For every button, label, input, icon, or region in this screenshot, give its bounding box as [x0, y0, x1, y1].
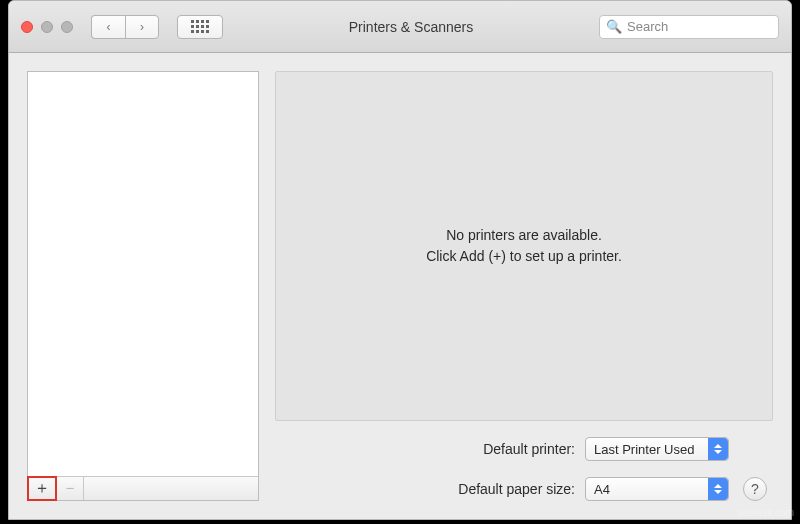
- titlebar: ‹ › Printers & Scanners 🔍 Search: [9, 1, 791, 53]
- stepper-arrows-icon: [708, 438, 728, 460]
- default-paper-select[interactable]: A4: [585, 477, 729, 501]
- back-button[interactable]: ‹: [91, 15, 125, 39]
- default-printer-label: Default printer:: [275, 441, 575, 457]
- default-printer-select[interactable]: Last Printer Used: [585, 437, 729, 461]
- window-frame: ‹ › Printers & Scanners 🔍 Search ＋ － No …: [8, 0, 792, 520]
- plus-icon: ＋: [34, 478, 50, 499]
- nav-buttons: ‹ ›: [91, 15, 159, 39]
- minus-icon: －: [62, 478, 78, 499]
- zoom-icon[interactable]: [61, 21, 73, 33]
- printer-list[interactable]: [28, 72, 258, 476]
- minimize-icon[interactable]: [41, 21, 53, 33]
- printer-sidebar: ＋ －: [27, 71, 259, 501]
- list-controls: ＋ －: [28, 476, 258, 500]
- default-paper-label: Default paper size:: [275, 481, 575, 497]
- stepper-arrows-icon: [708, 478, 728, 500]
- search-icon: 🔍: [606, 19, 622, 34]
- watermark: wsxwsx.com: [738, 507, 794, 518]
- window-controls: [21, 21, 73, 33]
- chevron-right-icon: ›: [140, 20, 144, 34]
- chevron-left-icon: ‹: [107, 20, 111, 34]
- remove-printer-button: －: [56, 477, 84, 500]
- search-placeholder: Search: [627, 19, 668, 34]
- forward-button[interactable]: ›: [125, 15, 159, 39]
- add-printer-button[interactable]: ＋: [28, 477, 56, 500]
- close-icon[interactable]: [21, 21, 33, 33]
- default-printer-value: Last Printer Used: [594, 442, 694, 457]
- show-all-button[interactable]: [177, 15, 223, 39]
- empty-state-panel: No printers are available. Click Add (+)…: [275, 71, 773, 421]
- help-button[interactable]: ?: [743, 477, 767, 501]
- search-input[interactable]: 🔍 Search: [599, 15, 779, 39]
- content-area: ＋ － No printers are available. Click Add…: [9, 53, 791, 519]
- default-paper-row: Default paper size: A4 ?: [275, 477, 773, 501]
- empty-state-line2: Click Add (+) to set up a printer.: [426, 246, 622, 267]
- list-control-spacer: [84, 477, 258, 500]
- default-printer-row: Default printer: Last Printer Used: [275, 437, 773, 461]
- default-paper-value: A4: [594, 482, 610, 497]
- question-icon: ?: [751, 481, 759, 497]
- detail-area: No printers are available. Click Add (+)…: [275, 71, 773, 501]
- window-title: Printers & Scanners: [231, 19, 591, 35]
- empty-state-line1: No printers are available.: [426, 225, 622, 246]
- grid-icon: [191, 20, 209, 33]
